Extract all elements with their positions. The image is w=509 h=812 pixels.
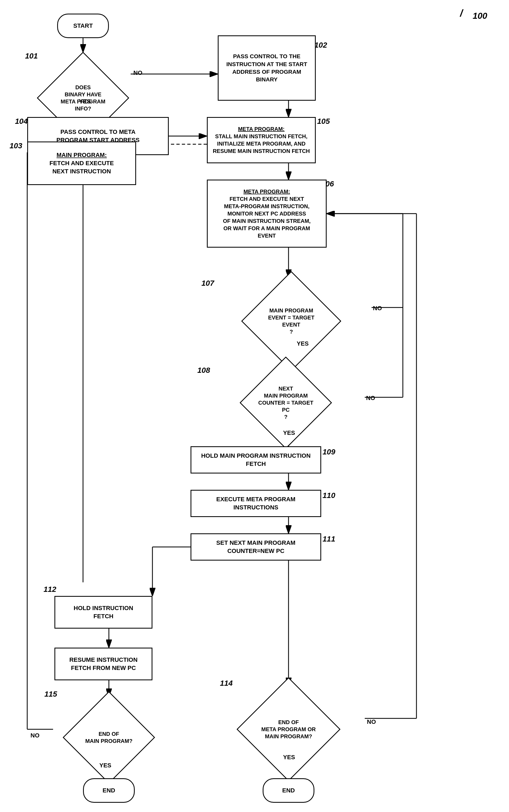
no-label-101: NO [133,69,142,76]
node-105-text: META PROGRAM: STALL MAIN INSTRUCTION FET… [210,123,313,157]
yes-label-115: YES [99,762,111,769]
end-node-2: END [263,778,314,803]
end-label-1: END [99,784,118,797]
label-110: 110 [323,491,335,500]
start-label: START [70,20,96,32]
node-105: META PROGRAM: STALL MAIN INSTRUCTION FET… [207,117,316,163]
node-108-text: NEXTMAIN PROGRAMCOUNTER = TARGET PC? [257,385,314,420]
node-103-text: MAIN PROGRAM: FETCH AND EXECUTENEXT INST… [46,149,117,177]
node-113: RESUME INSTRUCTIONFETCH FROM NEW PC [55,648,152,680]
node-107: MAIN PROGRAMEVENT = TARGET EVENT? [212,278,370,365]
node-106: META PROGRAM: FETCH AND EXECUTE NEXTMETA… [207,180,327,248]
label-111: 111 [323,535,335,543]
label-109: 109 [323,448,335,456]
node-110: EXECUTE META PROGRAM INSTRUCTIONS [191,490,321,517]
label-103: 103 [9,141,22,150]
start-node: START [57,13,109,38]
node-113-text: RESUME INSTRUCTIONFETCH FROM NEW PC [66,654,141,674]
node-111-text: SET NEXT MAIN PROGRAM COUNTER=NEW PC [191,537,320,557]
node-106-text: META PROGRAM: FETCH AND EXECUTE NEXTMETA… [220,186,314,242]
label-112: 112 [43,585,56,594]
node-102: PASS CONTROL TO THEINSTRUCTION AT THE ST… [218,35,316,101]
figure-number: 100 [473,11,487,21]
end-node-1: END [83,778,135,803]
node-107-text: MAIN PROGRAMEVENT = TARGET EVENT? [260,307,323,335]
no-label-107: NO [373,305,382,312]
end-label-2: END [279,784,298,797]
node-115-text: END OFMAIN PROGRAM? [82,730,136,744]
label-102: 102 [314,41,327,49]
diagram-container: 100 [0,0,509,812]
label-105: 105 [317,117,330,126]
yes-label-107: YES [297,340,309,347]
no-label-108: NO [366,395,375,402]
node-114-text: END OFMETA PROGRAM ORMAIN PROGRAM? [256,719,321,740]
label-104: 104 [15,117,28,126]
yes-label-108: YES [283,429,295,436]
no-label-114: NO [367,718,376,726]
node-110-text: EXECUTE META PROGRAM INSTRUCTIONS [191,493,320,514]
node-109: HOLD MAIN PROGRAM INSTRUCTION FETCH [191,446,321,473]
no-label-115: NO [31,732,39,739]
node-103: MAIN PROGRAM: FETCH AND EXECUTENEXT INST… [27,141,136,185]
node-111: SET NEXT MAIN PROGRAM COUNTER=NEW PC [191,533,321,561]
yes-label-114: YES [283,754,295,761]
node-109-text: HOLD MAIN PROGRAM INSTRUCTION FETCH [191,450,320,470]
fig-number-text: 100 [473,11,487,21]
fig-slash: / [460,8,463,19]
node-112: HOLD INSTRUCTIONFETCH [55,596,152,629]
node-101-text: DOESBINARY HAVEMETA PROGRAMINFO? [56,84,110,112]
node-112-text: HOLD INSTRUCTIONFETCH [70,602,137,622]
node-102-text: PASS CONTROL TO THEINSTRUCTION AT THE ST… [223,50,310,85]
